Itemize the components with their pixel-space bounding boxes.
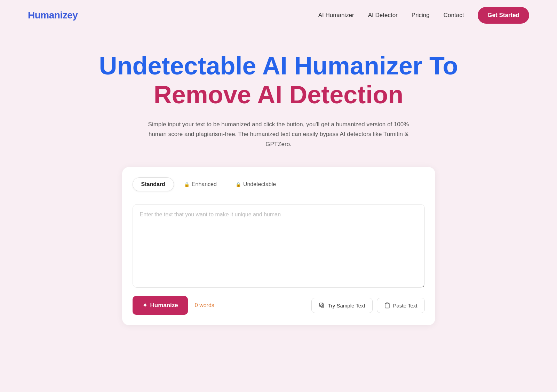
try-sample-label: Try Sample Text	[328, 303, 365, 309]
tab-standard-label: Standard	[141, 181, 165, 187]
tabs-container: Standard 🔒 Enhanced 🔒 Undetectable	[133, 177, 425, 197]
hero-section: Undetectable AI Humanizer To Remove AI D…	[0, 31, 557, 339]
edit-icon	[319, 302, 325, 309]
right-actions: Try Sample Text Paste Text	[311, 298, 424, 313]
tab-enhanced[interactable]: 🔒 Enhanced	[175, 177, 225, 191]
svg-rect-1	[386, 303, 388, 304]
tab-undetectable-label: Undetectable	[243, 181, 276, 187]
hero-subtitle: Simple input your text to be humanized a…	[140, 120, 418, 150]
hero-title: Undetectable AI Humanizer To Remove AI D…	[14, 51, 543, 109]
main-card: Standard 🔒 Enhanced 🔒 Undetectable ✦ Hum…	[122, 167, 435, 325]
left-actions: ✦ Humanize 0 words	[133, 296, 214, 315]
word-count: 0 words	[195, 302, 214, 309]
logo[interactable]: Humanizey	[28, 10, 78, 21]
tab-enhanced-label: Enhanced	[192, 181, 217, 187]
try-sample-button[interactable]: Try Sample Text	[311, 298, 373, 313]
nav-pricing[interactable]: Pricing	[412, 12, 430, 19]
sparkle-icon: ✦	[142, 302, 148, 309]
nav-ai-humanizer[interactable]: AI Humanizer	[318, 12, 354, 19]
paste-text-label: Paste Text	[393, 303, 417, 309]
paste-text-button[interactable]: Paste Text	[377, 298, 425, 313]
nav-contact[interactable]: Contact	[444, 12, 464, 19]
clipboard-icon	[384, 302, 390, 309]
hero-title-line1: Undetectable AI Humanizer To	[99, 52, 458, 80]
hero-title-line2: Remove AI Detection	[14, 80, 543, 109]
get-started-button[interactable]: Get Started	[478, 7, 529, 24]
navbar: Humanizey AI Humanizer AI Detector Prici…	[0, 0, 557, 31]
nav-ai-detector[interactable]: AI Detector	[368, 12, 398, 19]
nav-links: AI Humanizer AI Detector Pricing Contact…	[318, 7, 529, 24]
humanize-button[interactable]: ✦ Humanize	[133, 296, 188, 315]
tab-standard[interactable]: Standard	[133, 177, 174, 191]
humanize-textarea[interactable]	[133, 204, 425, 288]
bottom-bar: ✦ Humanize 0 words Try Sample Text	[133, 296, 425, 315]
humanize-button-label: Humanize	[150, 302, 178, 309]
lock-icon-enhanced: 🔒	[184, 182, 190, 187]
lock-icon-undetectable: 🔒	[236, 182, 241, 187]
tab-undetectable[interactable]: 🔒 Undetectable	[227, 177, 285, 191]
